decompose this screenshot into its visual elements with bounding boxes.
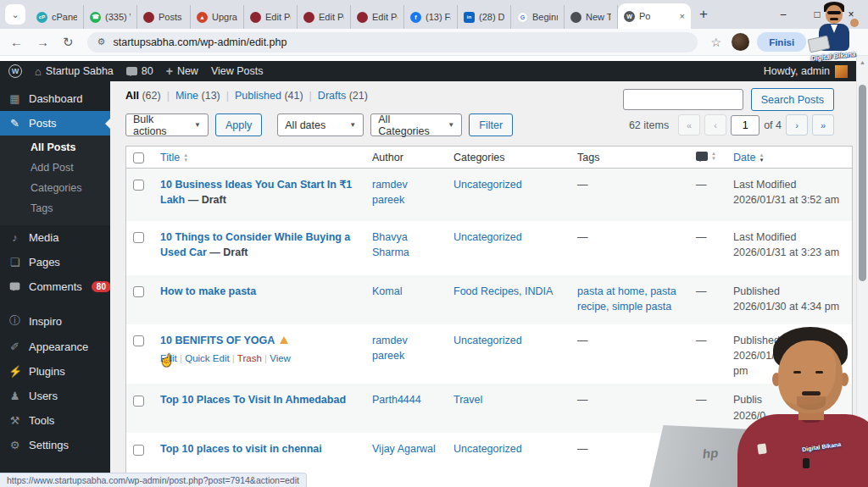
category-link[interactable]: Travel	[453, 394, 482, 406]
dates-filter-select[interactable]: All dates ▼	[277, 113, 364, 136]
title-column-header[interactable]: Title ▲▼	[160, 152, 188, 163]
browser-profile-avatar[interactable]	[732, 33, 749, 51]
view-filter-mine[interactable]: Mine (13)	[175, 90, 220, 102]
sidebar-item-posts[interactable]: ✎Posts	[0, 111, 110, 136]
row-checkbox[interactable]	[133, 445, 144, 456]
sidebar-subitem-categories[interactable]: Categories	[0, 178, 110, 198]
admin-bar-comments[interactable]: 80	[126, 65, 153, 77]
prev-page-button[interactable]: ‹	[704, 114, 726, 136]
sidebar-subitem-all-posts[interactable]: All Posts	[0, 137, 110, 158]
post-title-link[interactable]: 10 BENIFITS OF YOGA	[160, 335, 288, 346]
comment-count-bubble[interactable]: 13	[696, 443, 715, 456]
current-page-input[interactable]	[731, 115, 760, 136]
row-action-view[interactable]: View	[270, 353, 291, 363]
author-link[interactable]: ramdev pareek	[372, 335, 408, 362]
category-link[interactable]: Uncategorized	[453, 231, 522, 243]
page-scrollbar[interactable]: ▲ ▼	[856, 56, 868, 487]
row-checkbox[interactable]	[133, 396, 144, 407]
admin-bar-new[interactable]: + New	[166, 64, 198, 78]
row-action-quick-edit[interactable]: Quick Edit	[185, 353, 229, 363]
sidebar-item-plugins[interactable]: ⚡Plugins	[0, 359, 110, 384]
sidebar-subitem-add-post[interactable]: Add Post	[0, 158, 110, 178]
category-link[interactable]: Uncategorized	[453, 335, 522, 346]
post-title-link[interactable]: How to make pasta	[160, 285, 256, 297]
row-checkbox[interactable]	[133, 232, 144, 243]
author-link[interactable]: Bhavya Sharma	[372, 231, 409, 258]
browser-tab[interactable]: f(13) Fa	[404, 5, 458, 29]
reload-icon[interactable]: ↻	[63, 35, 74, 50]
category-link[interactable]: Uncategorized	[453, 179, 522, 191]
view-filter-published[interactable]: Published (41)	[235, 90, 303, 102]
post-title-link[interactable]: 10 Things to Consider While Buying a Use…	[160, 231, 350, 258]
browser-tab[interactable]: GBeginn	[511, 5, 565, 29]
first-page-button[interactable]: «	[678, 114, 700, 136]
post-title-link[interactable]: Top 10 Places To Visit In Ahmedabad	[160, 394, 346, 406]
minimize-button[interactable]: –	[766, 0, 800, 29]
author-link[interactable]: Vijay Agarwal	[372, 443, 436, 455]
row-checkbox[interactable]	[133, 286, 144, 297]
browser-tab[interactable]: ▲Upgra	[191, 5, 244, 29]
date-header-label: Date	[733, 152, 755, 163]
view-filter-all[interactable]: All (62)	[125, 90, 161, 102]
search-posts-button[interactable]: Search Posts	[751, 88, 834, 111]
table-header-row: Title ▲▼ Author Categories Tags ▲▼ Date	[126, 147, 852, 169]
sidebar-item-pages[interactable]: ❏Pages	[0, 250, 110, 274]
channel-watermark: Digital Bikana	[804, 2, 863, 68]
sidebar-item-comments[interactable]: Comments80	[0, 274, 110, 299]
categories-filter-select[interactable]: All Categories ▼	[370, 113, 462, 136]
category-link[interactable]: Uncategorized	[453, 443, 522, 455]
scroll-down-arrow[interactable]: ▼	[857, 475, 868, 487]
tab-search-button[interactable]: ⌄	[5, 4, 25, 25]
post-title-link[interactable]: Top 10 places to visit in chennai	[160, 443, 322, 455]
sidebar-item-appearance[interactable]: ✐Appearance	[0, 335, 110, 359]
category-link[interactable]: Food Recipes, INDIA	[453, 285, 553, 297]
browser-tab[interactable]: ☎(335) V	[84, 5, 137, 29]
browser-tab-active[interactable]: WPo×	[618, 3, 691, 29]
select-all-checkbox[interactable]	[133, 152, 144, 163]
browser-tab[interactable]: New Ta	[565, 5, 618, 29]
wordpress-logo-icon[interactable]: W	[8, 64, 22, 78]
browser-tab[interactable]: cPcPanel	[31, 5, 84, 29]
apply-button[interactable]: Apply	[215, 113, 262, 136]
forward-icon[interactable]: →	[36, 35, 49, 49]
browser-tab[interactable]: Edit Po	[351, 5, 404, 29]
sidebar-item-dashboard[interactable]: ▦Dashboard	[0, 86, 110, 111]
tag-links[interactable]: pasta at home, pasta recipe, simple past…	[577, 285, 676, 313]
row-action-trash[interactable]: Trash	[237, 353, 262, 363]
row-checkbox[interactable]	[133, 335, 144, 346]
author-link[interactable]: ramdev pareek	[372, 179, 408, 206]
bulk-actions-select[interactable]: Bulk actions ▼	[125, 113, 209, 136]
browser-tab[interactable]: Posts	[137, 5, 191, 29]
author-link[interactable]: Parth4444	[372, 394, 421, 406]
last-page-button[interactable]: »	[812, 114, 834, 136]
bookmark-star-icon[interactable]: ☆	[711, 36, 722, 49]
view-filter-drafts[interactable]: Drafts (21)	[318, 90, 368, 102]
address-bar[interactable]: ⚙ startupsabha.com/wp-admin/edit.php	[87, 32, 698, 53]
tune-icon[interactable]: ⚙	[97, 36, 106, 47]
admin-bar-site-name[interactable]: ⌂ Startup Sabha	[35, 65, 114, 78]
date-column-header[interactable]: Date ▲▼	[733, 152, 764, 163]
back-icon[interactable]: ←	[10, 35, 23, 49]
sidebar-item-media[interactable]: ♪Media	[0, 225, 110, 250]
profile-pill[interactable]: Finisi	[757, 32, 806, 52]
comments-column-header[interactable]: ▲▼	[696, 151, 716, 161]
author-link[interactable]: Komal	[372, 285, 402, 297]
next-page-button[interactable]: ›	[786, 114, 808, 136]
scrollbar-thumb[interactable]	[859, 85, 866, 281]
row-checkbox[interactable]	[133, 180, 144, 191]
sidebar-item-users[interactable]: ♟Users	[0, 384, 110, 408]
sidebar-item-settings[interactable]: ⚙Settings	[0, 433, 110, 457]
sidebar-item-inspiro[interactable]: ⓘInspiro	[0, 307, 110, 335]
browser-tab[interactable]: Edit Po	[298, 5, 351, 29]
admin-bar-view-posts[interactable]: View Posts	[211, 65, 264, 77]
new-tab-button[interactable]: +	[691, 6, 716, 23]
filter-button[interactable]: Filter	[469, 113, 513, 136]
post-date-cell: Published2026/01/30 at 4:34 pm	[726, 275, 852, 324]
search-input[interactable]	[623, 89, 743, 110]
tab-close-icon[interactable]: ×	[680, 11, 685, 21]
sidebar-subitem-tags[interactable]: Tags	[0, 198, 110, 219]
browser-tab[interactable]: in(28) Di	[458, 5, 511, 29]
browser-tab[interactable]: Edit Po	[244, 5, 298, 29]
sidebar-item-tools[interactable]: ⚒Tools	[0, 408, 110, 433]
row-actions-separator: |	[177, 353, 185, 363]
